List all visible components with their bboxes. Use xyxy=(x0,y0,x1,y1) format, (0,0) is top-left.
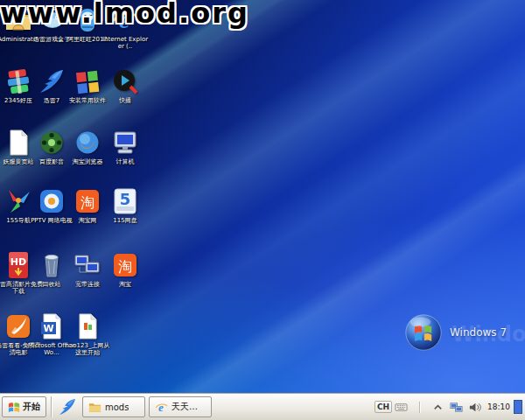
desktop-icon-computer[interactable]: 计算机 xyxy=(101,129,150,165)
taskbar: 开始 modse天天学习 -.. CH 18:10 xyxy=(0,393,525,420)
hidden-icons-chevron[interactable] xyxy=(431,401,444,414)
taobao-icon: 淘 xyxy=(74,187,102,215)
task-button-label: 天天学习 -.. xyxy=(172,401,206,413)
xunlei-quick-launch[interactable] xyxy=(58,397,77,416)
taskbar-divider xyxy=(51,396,52,417)
disk-115-icon: 5 xyxy=(111,187,139,215)
broadband-icon xyxy=(74,251,102,279)
system-tray: CH 18:10 xyxy=(374,400,523,414)
baidu-player-icon xyxy=(38,129,66,157)
hao123-icon xyxy=(74,312,102,340)
desktop-icon-qvod[interactable]: 快播 xyxy=(101,67,150,104)
keyboard-icon[interactable] xyxy=(395,401,408,414)
desktop-icon-label: 115网盘 xyxy=(101,217,150,224)
pptv-icon xyxy=(38,187,66,215)
desktop-wallpaper: www.lmod.org Administrator迅雷游戏盒子阿里旺旺2012… xyxy=(0,0,525,393)
tray-separator xyxy=(413,401,426,414)
volume-icon[interactable] xyxy=(468,401,481,414)
task-button-label: mods xyxy=(105,402,129,412)
task-button-2[interactable]: e天天学习 -.. xyxy=(149,396,212,417)
svg-text:5: 5 xyxy=(120,190,131,208)
network-icon[interactable] xyxy=(450,401,463,414)
desktop-icon-disk-115[interactable]: 5115网盘 xyxy=(101,187,150,224)
desktop-icon-label: 快播 xyxy=(101,97,150,104)
svg-text:W: W xyxy=(43,323,53,334)
clock[interactable]: 18:10 xyxy=(487,402,510,411)
start-button-label: 开始 xyxy=(23,401,40,413)
windows-orb-icon xyxy=(404,313,443,352)
desktop-icon-label: Internet Explorer (.. xyxy=(101,36,150,50)
folder-icon xyxy=(88,401,102,414)
recycle-bin-icon xyxy=(38,251,66,279)
desktop-icon-label: hao123_上网从这里开始 xyxy=(63,342,112,356)
desktop-icon-hao123[interactable]: hao123_上网从这里开始 xyxy=(63,312,112,356)
computer-icon xyxy=(111,129,139,157)
desktop-icon-taobao[interactable]: 淘淘宝 xyxy=(101,251,150,288)
xunlei7-icon xyxy=(38,67,66,95)
svg-text:e: e xyxy=(158,401,164,414)
language-indicator[interactable]: CH xyxy=(374,401,392,413)
windows7-logo: Windows 7 xyxy=(404,313,507,352)
windows7-logo-text: Windows 7 xyxy=(450,326,507,339)
svg-text:HD: HD xyxy=(10,256,26,268)
internet-explorer-icon: e xyxy=(155,401,168,414)
start-button[interactable]: 开始 xyxy=(2,396,46,417)
desktop-icon-label: 淘宝 xyxy=(101,281,150,288)
task-button-1[interactable]: mods xyxy=(82,396,145,417)
taobao-browser-icon xyxy=(74,129,102,157)
word-icon: W xyxy=(38,312,66,340)
qvod-icon xyxy=(111,67,139,95)
svg-text:淘: 淘 xyxy=(118,258,132,275)
show-desktop-button[interactable] xyxy=(514,400,522,414)
taobao-icon: 淘 xyxy=(111,251,139,279)
svg-text:淘: 淘 xyxy=(80,194,94,211)
start-flag-icon xyxy=(8,401,20,413)
site-watermark: www.lmod.org xyxy=(0,0,249,26)
install-software-icon xyxy=(74,67,102,95)
desktop-icon-label: 计算机 xyxy=(101,158,150,165)
